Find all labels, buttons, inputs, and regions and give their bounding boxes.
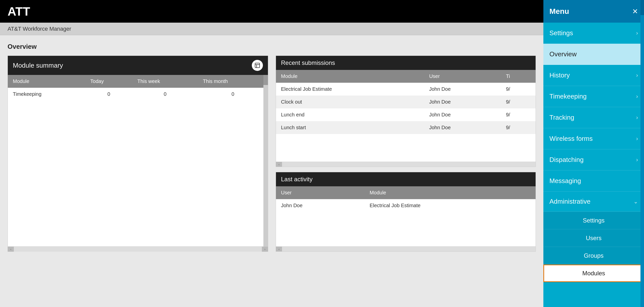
- sidebar-item-tracking[interactable]: Tracking ›: [543, 107, 644, 128]
- sidebar-menu: Menu ✕ Settings › Overview History › Tim…: [543, 0, 644, 307]
- sidebar-label-groups: Groups: [584, 252, 604, 259]
- module-summary-header: Module summary: [8, 56, 268, 75]
- app-title: ATT: [8, 5, 30, 18]
- table-row: Lunch start John Doe 9/: [276, 121, 536, 134]
- right-panels: Recent submissions Module User Ti: [276, 56, 536, 252]
- module-summary-panel: Module summary Module Today This: [8, 56, 268, 252]
- h-scroll-bar: ‹ ›: [8, 246, 268, 251]
- la-col-module: Module: [365, 186, 536, 199]
- module-summary-table: Module Today This week This month Timeke…: [8, 75, 268, 101]
- rs-time-cell: 9/: [501, 83, 536, 96]
- sidebar-scrollbar[interactable]: [640, 0, 644, 307]
- chevron-right-icon-timekeeping: ›: [636, 93, 638, 100]
- sidebar-item-administrative[interactable]: Administrative ⌄: [543, 192, 644, 212]
- sidebar-label-users: Users: [586, 235, 602, 242]
- overview-title: Overview: [8, 43, 536, 51]
- sidebar-item-users[interactable]: Users: [543, 229, 644, 247]
- module-summary-table-container: Module Today This week This month Timeke…: [8, 75, 268, 246]
- recent-submissions-title: Recent submissions: [281, 59, 335, 66]
- sidebar-item-modules[interactable]: Modules: [543, 265, 644, 282]
- rs-time-cell: 9/: [501, 108, 536, 121]
- rs-user-cell: John Doe: [424, 121, 501, 134]
- sidebar-label-wireless-forms: Wireless forms: [549, 135, 593, 143]
- sidebar-label-dispatching: Dispatching: [549, 156, 584, 164]
- recent-scroll-track: [282, 162, 536, 167]
- last-activity-table: User Module John Doe Electrical Job Esti…: [276, 186, 536, 212]
- col-today: Today: [85, 75, 132, 88]
- sidebar-item-history[interactable]: History ›: [543, 65, 644, 86]
- sidebar-label-admin-settings: Settings: [583, 217, 605, 224]
- v-scrollbar[interactable]: [263, 75, 268, 246]
- recent-h-scroll: ‹: [276, 162, 536, 167]
- rs-module-cell: Clock out: [276, 96, 424, 108]
- la-scroll-track: [282, 247, 536, 252]
- col-module: Module: [8, 75, 85, 88]
- recent-submissions-panel: Recent submissions Module User Ti: [276, 56, 536, 167]
- rs-module-cell: Lunch end: [276, 108, 424, 121]
- rs-time-cell: 9/: [501, 121, 536, 134]
- main-content: Overview Module summary Module: [0, 35, 543, 307]
- rs-module-cell: Electrical Job Estimate: [276, 83, 424, 96]
- rs-user-cell: John Doe: [424, 96, 501, 108]
- sidebar-header: Menu ✕: [543, 0, 644, 23]
- last-activity-table-container: User Module John Doe Electrical Job Esti…: [276, 186, 536, 246]
- sidebar-item-admin-settings[interactable]: Settings: [543, 212, 644, 229]
- scroll-track: [14, 247, 262, 252]
- table-row: Lunch end John Doe 9/: [276, 108, 536, 121]
- last-activity-title: Last activity: [281, 176, 312, 183]
- recent-submissions-table: Module User Ti Electrical Job Estimate J…: [276, 70, 536, 134]
- module-summary-icon[interactable]: [252, 60, 263, 71]
- table-row: Timekeeping 0 0 0: [8, 88, 268, 101]
- sidebar-item-overview[interactable]: Overview: [543, 44, 644, 65]
- module-summary-header-row: Module Today This week This month: [8, 75, 268, 88]
- today-cell: 0: [85, 88, 132, 101]
- la-h-scroll: ‹: [276, 246, 536, 251]
- sidebar-label-administrative: Administrative: [549, 198, 590, 205]
- last-activity-header-row: User Module: [276, 186, 536, 199]
- chevron-right-icon-history: ›: [636, 72, 638, 79]
- sidebar-item-timekeeping[interactable]: Timekeeping ›: [543, 86, 644, 107]
- app-subtitle: AT&T Workforce Manager: [8, 26, 71, 32]
- la-col-user: User: [276, 186, 365, 199]
- sidebar-item-messaging[interactable]: Messaging: [543, 170, 644, 192]
- chevron-right-icon-tracking: ›: [636, 114, 638, 121]
- v-scroll-thumb: [263, 75, 268, 85]
- sidebar-label-messaging: Messaging: [549, 177, 581, 185]
- sidebar-scroll-thumb: [640, 0, 644, 15]
- la-scroll-left[interactable]: ‹: [276, 247, 282, 252]
- la-module-cell: Electrical Job Estimate: [365, 199, 536, 212]
- svg-rect-0: [255, 63, 260, 68]
- sidebar-item-settings-top[interactable]: Settings ›: [543, 23, 644, 44]
- sidebar-label-timekeeping: Timekeeping: [549, 93, 587, 100]
- sidebar-item-dispatching[interactable]: Dispatching ›: [543, 149, 644, 170]
- col-this-week: This week: [132, 75, 198, 88]
- rs-col-time: Ti: [501, 70, 536, 83]
- chevron-right-icon-dispatching: ›: [636, 157, 638, 163]
- last-activity-panel: Last activity User Module John Doe: [276, 172, 536, 252]
- recent-scroll-left[interactable]: ‹: [276, 162, 282, 167]
- sidebar-label-tracking: Tracking: [549, 114, 574, 121]
- sidebar-label-settings-top: Settings: [549, 29, 573, 37]
- recent-submissions-table-container: Module User Ti Electrical Job Estimate J…: [276, 70, 536, 162]
- table-row: Clock out John Doe 9/: [276, 96, 536, 108]
- panels-row: Module summary Module Today This: [8, 56, 536, 252]
- col-this-month: This month: [198, 75, 268, 88]
- chevron-down-icon: ⌄: [633, 198, 638, 205]
- rs-col-module: Module: [276, 70, 424, 83]
- sidebar-close-button[interactable]: ✕: [632, 7, 638, 16]
- table-row: Electrical Job Estimate John Doe 9/: [276, 83, 536, 96]
- sidebar-menu-title: Menu: [549, 7, 569, 16]
- recent-submissions-header: Recent submissions: [276, 56, 536, 70]
- week-cell: 0: [132, 88, 198, 101]
- sidebar-label-overview: Overview: [549, 50, 577, 58]
- scroll-left-arrow[interactable]: ‹: [8, 247, 14, 252]
- sidebar-label-modules: Modules: [582, 270, 605, 277]
- rs-time-cell: 9/: [501, 96, 536, 108]
- sidebar-item-wireless-forms[interactable]: Wireless forms ›: [543, 128, 644, 149]
- module-summary-title: Module summary: [13, 62, 63, 69]
- chevron-right-icon: ›: [636, 30, 638, 36]
- rs-col-user: User: [424, 70, 501, 83]
- sidebar-item-groups[interactable]: Groups: [543, 247, 644, 265]
- module-name-cell: Timekeeping: [8, 88, 85, 101]
- scroll-right-arrow[interactable]: ›: [262, 247, 268, 252]
